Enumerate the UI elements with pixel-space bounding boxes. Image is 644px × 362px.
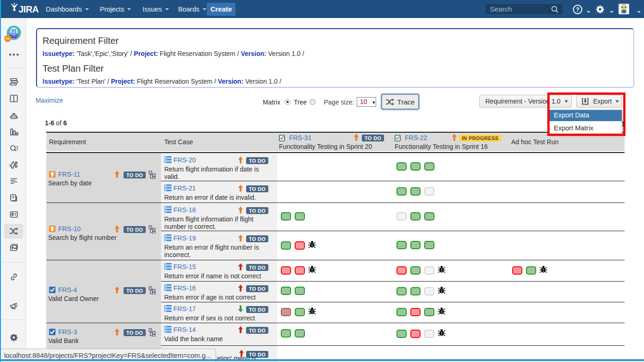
- svg-text:<>: <>: [6, 37, 10, 41]
- svg-text:?: ?: [576, 6, 580, 13]
